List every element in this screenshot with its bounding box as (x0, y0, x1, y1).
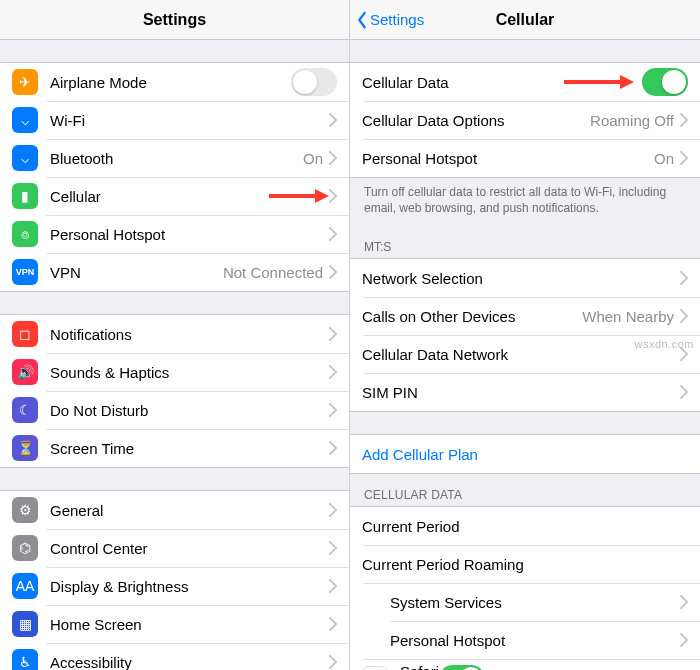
display-icon: AA (12, 573, 38, 599)
row-simpin-label: SIM PIN (362, 384, 680, 401)
row-accessibility-label: Accessibility (50, 654, 329, 671)
screentime-icon: ⏳ (12, 435, 38, 461)
chevron-right-icon (680, 595, 688, 609)
row-personalhotspot[interactable]: Personal HotspotOn (350, 139, 700, 177)
cellular-title: Cellular (496, 11, 555, 29)
watermark: wsxdn.com (634, 338, 694, 350)
row-notifications[interactable]: ◻︎Notifications (0, 315, 349, 353)
accessibility-icon: ♿︎ (12, 649, 38, 670)
row-addplan-label: Add Cellular Plan (362, 446, 688, 463)
hotspot-icon: ⌾ (12, 221, 38, 247)
row-bluetooth[interactable]: ⌵BluetoothOn (0, 139, 349, 177)
row-systemservices-label: System Services (390, 594, 680, 611)
chevron-right-icon (680, 309, 688, 323)
chevron-right-icon (329, 503, 337, 517)
row-display[interactable]: AADisplay & Brightness (0, 567, 349, 605)
settings-navbar: Settings (0, 0, 349, 40)
row-notifications-label: Notifications (50, 326, 329, 343)
airplane-toggle[interactable] (291, 68, 337, 96)
chevron-right-icon (329, 579, 337, 593)
row-cellular[interactable]: ▮Cellular (0, 177, 349, 215)
dnd-icon: ☾ (12, 397, 38, 423)
row-cellulardata[interactable]: Cellular Data (350, 63, 700, 101)
row-addplan[interactable]: Add Cellular Plan (350, 435, 700, 473)
row-hotspot-label: Personal Hotspot (50, 226, 329, 243)
row-callsother-value: When Nearby (582, 308, 674, 325)
controlcenter-icon: ⌬ (12, 535, 38, 561)
safari-toggle[interactable] (439, 665, 485, 670)
row-screentime[interactable]: ⏳Screen Time (0, 429, 349, 467)
row-safari[interactable]: 🧭Safari2.7 GB (350, 659, 700, 670)
row-vpn[interactable]: VPNVPNNot Connected (0, 253, 349, 291)
row-safari-label: Safari (400, 663, 439, 670)
chevron-right-icon (680, 633, 688, 647)
row-wifi-label: Wi-Fi (50, 112, 329, 129)
row-general-label: General (50, 502, 329, 519)
homescreen-icon: ▦ (12, 611, 38, 637)
back-label: Settings (370, 11, 424, 28)
row-homescreen-label: Home Screen (50, 616, 329, 633)
row-ph2-label: Personal Hotspot (390, 632, 680, 649)
row-hotspot[interactable]: ⌾Personal Hotspot (0, 215, 349, 253)
row-dataoptions-value: Roaming Off (590, 112, 674, 129)
row-vpn-label: VPN (50, 264, 223, 281)
chevron-right-icon (680, 385, 688, 399)
cellular-section-carrier: Network SelectionCalls on Other DevicesW… (350, 258, 700, 412)
chevron-right-icon (329, 403, 337, 417)
row-roaming-label: Current Period Roaming (362, 556, 688, 573)
row-dnd[interactable]: ☾Do Not Disturb (0, 391, 349, 429)
cellular-data-footer: Turn off cellular data to restrict all d… (350, 178, 700, 226)
row-homescreen[interactable]: ▦Home Screen (0, 605, 349, 643)
row-bluetooth-label: Bluetooth (50, 150, 303, 167)
row-controlcenter[interactable]: ⌬Control Center (0, 529, 349, 567)
chevron-right-icon (329, 327, 337, 341)
cellular-icon: ▮ (12, 183, 38, 209)
settings-group-0: ✈︎Airplane Mode⌵Wi-Fi⌵BluetoothOn▮Cellul… (0, 62, 349, 292)
svg-marker-3 (620, 75, 634, 89)
row-airplane[interactable]: ✈︎Airplane Mode (0, 63, 349, 101)
chevron-right-icon (329, 365, 337, 379)
highlight-arrow-icon (564, 73, 634, 91)
settings-group-2: ⚙︎General⌬Control CenterAADisplay & Brig… (0, 490, 349, 670)
highlight-arrow-icon (269, 187, 329, 205)
settings-pane: Settings ✈︎Airplane Mode⌵Wi-Fi⌵Bluetooth… (0, 0, 350, 670)
row-datanetwork-label: Cellular Data Network (362, 346, 680, 363)
cellular-scroll[interactable]: Cellular DataCellular Data OptionsRoamin… (350, 40, 700, 670)
settings-scroll[interactable]: ✈︎Airplane Mode⌵Wi-Fi⌵BluetoothOn▮Cellul… (0, 40, 349, 670)
chevron-right-icon (329, 189, 337, 203)
row-networksel[interactable]: Network Selection (350, 259, 700, 297)
row-personalhotspot-label: Personal Hotspot (362, 150, 654, 167)
chevron-left-icon (356, 11, 368, 29)
cellular-section-usage: Current PeriodCurrent Period RoamingSyst… (350, 506, 700, 670)
row-accessibility[interactable]: ♿︎Accessibility (0, 643, 349, 670)
settings-group-1: ◻︎Notifications🔊Sounds & Haptics☾Do Not … (0, 314, 349, 468)
cellular-section-main: Cellular DataCellular Data OptionsRoamin… (350, 62, 700, 178)
row-sounds-label: Sounds & Haptics (50, 364, 329, 381)
row-airplane-label: Airplane Mode (50, 74, 291, 91)
chevron-right-icon (680, 113, 688, 127)
row-wifi[interactable]: ⌵Wi-Fi (0, 101, 349, 139)
row-networksel-label: Network Selection (362, 270, 680, 287)
row-sounds[interactable]: 🔊Sounds & Haptics (0, 353, 349, 391)
chevron-right-icon (329, 655, 337, 669)
general-icon: ⚙︎ (12, 497, 38, 523)
cellular-section-addplan: Add Cellular Plan (350, 434, 700, 474)
chevron-right-icon (329, 113, 337, 127)
row-currentperiod[interactable]: Current Period (350, 507, 700, 545)
row-ph2[interactable]: Personal Hotspot (350, 621, 700, 659)
row-dataoptions[interactable]: Cellular Data OptionsRoaming Off (350, 101, 700, 139)
usage-header: CELLULAR DATA (350, 474, 700, 506)
cellular-pane: Settings Cellular Cellular DataCellular … (350, 0, 700, 670)
sounds-icon: 🔊 (12, 359, 38, 385)
row-roaming[interactable]: Current Period Roaming (350, 545, 700, 583)
row-currentperiod-label: Current Period (362, 518, 688, 535)
cellular-navbar: Settings Cellular (350, 0, 700, 40)
back-button[interactable]: Settings (356, 11, 424, 29)
row-callsother[interactable]: Calls on Other DevicesWhen Nearby (350, 297, 700, 335)
row-general[interactable]: ⚙︎General (0, 491, 349, 529)
row-bluetooth-value: On (303, 150, 323, 167)
row-cellular-label: Cellular (50, 188, 259, 205)
row-simpin[interactable]: SIM PIN (350, 373, 700, 411)
cellulardata-toggle[interactable] (642, 68, 688, 96)
row-systemservices[interactable]: System Services (350, 583, 700, 621)
